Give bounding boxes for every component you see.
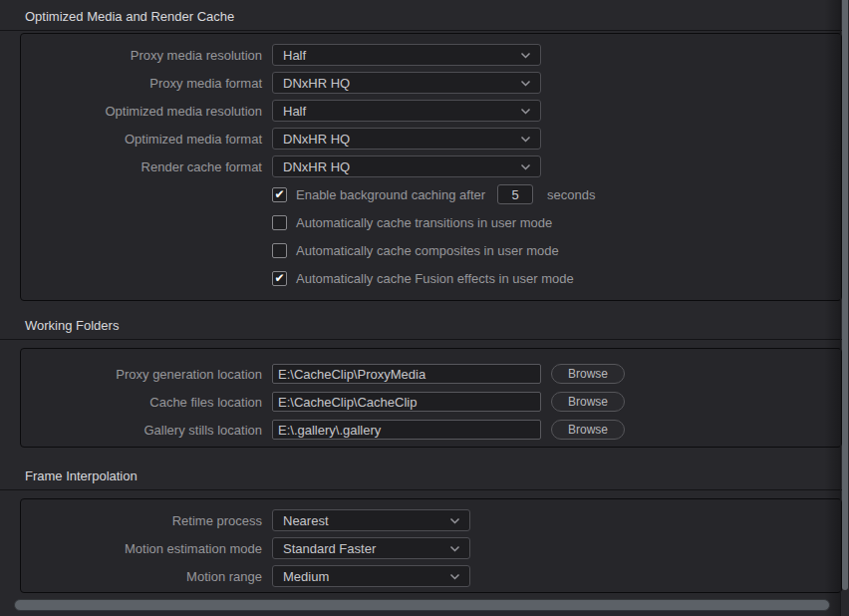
proxy-media-resolution-dropdown[interactable]: Half	[272, 44, 541, 66]
settings-row: Render cache format DNxHR HQ	[21, 153, 841, 180]
motion-estimation-mode-dropdown[interactable]: Standard Faster	[272, 537, 470, 559]
dropdown-value: Medium	[283, 569, 329, 584]
settings-row: Gallery stills location Browse	[21, 416, 841, 444]
chevron-down-icon	[449, 545, 460, 552]
auto-cache-composites-label: Automatically cache composites in user m…	[296, 243, 559, 258]
auto-cache-composites-checkbox[interactable]	[272, 243, 287, 258]
settings-row: Proxy media resolution Half	[21, 41, 841, 69]
chevron-down-icon	[520, 108, 531, 115]
proxy-media-format-label: Proxy media format	[21, 76, 262, 91]
optimized-media-resolution-dropdown[interactable]: Half	[272, 100, 541, 122]
browse-button[interactable]: Browse	[551, 420, 625, 440]
proxy-media-format-dropdown[interactable]: DNxHR HQ	[272, 72, 541, 94]
settings-row: ✔ Enable background caching after second…	[21, 180, 841, 208]
proxy-generation-location-label: Proxy generation location	[21, 367, 262, 382]
render-cache-format-dropdown[interactable]: DNxHR HQ	[272, 155, 541, 177]
settings-panel: { "sections": [ { "title": "Optimized Me…	[0, 0, 849, 616]
vertical-scrollbar-thumb[interactable]	[842, 0, 848, 590]
settings-row: Proxy generation location Browse	[21, 360, 841, 388]
motion-range-dropdown[interactable]: Medium	[272, 565, 470, 587]
auto-cache-transitions-checkbox[interactable]	[272, 215, 287, 230]
horizontal-scrollbar-thumb[interactable]	[14, 599, 830, 611]
dropdown-value: Half	[283, 104, 306, 119]
chevron-down-icon	[449, 517, 460, 524]
settings-row: Cache files location Browse	[21, 388, 841, 416]
settings-row: Optimized media resolution Half	[21, 97, 841, 125]
settings-row: Motion range Medium	[21, 562, 841, 590]
settings-row: Optimized media format DNxHR HQ	[21, 125, 841, 153]
settings-row: Proxy media format DNxHR HQ	[21, 69, 841, 97]
dropdown-value: Standard Faster	[283, 541, 376, 556]
optimized-media-format-dropdown[interactable]: DNxHR HQ	[272, 128, 541, 150]
section-title-optimized-media: Optimized Media and Render Cache	[0, 0, 849, 25]
motion-range-label: Motion range	[21, 569, 262, 584]
enable-background-caching-checkbox[interactable]: ✔	[272, 187, 287, 202]
settings-row: Automatically cache transitions in user …	[21, 208, 841, 236]
auto-cache-fusion-label: Automatically cache Fusion effects in us…	[296, 271, 574, 286]
section-divider	[0, 30, 842, 31]
gallery-stills-location-input[interactable]	[272, 420, 541, 440]
auto-cache-transitions-label: Automatically cache transitions in user …	[296, 215, 552, 230]
section-divider	[0, 339, 842, 340]
optimized-media-format-label: Optimized media format	[21, 132, 262, 147]
section-divider	[0, 489, 842, 490]
dropdown-value: DNxHR HQ	[283, 132, 350, 147]
scrollbar-track-divider	[840, 0, 841, 616]
section-title-working-folders: Working Folders	[0, 301, 849, 334]
dropdown-value: DNxHR HQ	[283, 159, 350, 174]
enable-background-caching-label: Enable background caching after	[296, 187, 485, 202]
settings-row: Retime process Nearest	[21, 506, 841, 534]
caching-delay-input[interactable]	[497, 184, 533, 204]
cache-files-location-label: Cache files location	[21, 395, 262, 410]
render-cache-format-label: Render cache format	[21, 159, 262, 174]
chevron-down-icon	[520, 52, 531, 59]
chevron-down-icon	[449, 573, 460, 580]
working-folders-groupbox: Proxy generation location Browse Cache f…	[20, 348, 842, 448]
section-title-frame-interpolation: Frame Interpolation	[0, 448, 849, 484]
chevron-down-icon	[520, 136, 531, 143]
dropdown-value: Half	[283, 48, 306, 63]
cache-files-location-input[interactable]	[272, 392, 541, 412]
auto-cache-fusion-checkbox[interactable]: ✔	[272, 271, 287, 286]
proxy-media-resolution-label: Proxy media resolution	[21, 48, 262, 63]
browse-button[interactable]: Browse	[551, 364, 625, 384]
chevron-down-icon	[520, 163, 531, 170]
dropdown-value: Nearest	[283, 513, 329, 528]
optimized-media-resolution-label: Optimized media resolution	[21, 104, 262, 119]
browse-button[interactable]: Browse	[551, 392, 625, 412]
gallery-stills-location-label: Gallery stills location	[21, 423, 262, 438]
settings-row: ✔ Automatically cache Fusion effects in …	[21, 264, 841, 292]
optimized-media-groupbox: Proxy media resolution Half Proxy media …	[20, 33, 842, 301]
retime-process-label: Retime process	[21, 513, 262, 528]
chevron-down-icon	[520, 80, 531, 87]
proxy-generation-location-input[interactable]	[272, 364, 541, 384]
settings-row: Motion estimation mode Standard Faster	[21, 534, 841, 562]
frame-interpolation-groupbox: Retime process Nearest Motion estimation…	[20, 498, 842, 593]
settings-row: Automatically cache composites in user m…	[21, 236, 841, 264]
seconds-label: seconds	[547, 187, 595, 202]
motion-estimation-mode-label: Motion estimation mode	[21, 541, 262, 556]
retime-process-dropdown[interactable]: Nearest	[272, 509, 470, 531]
dropdown-value: DNxHR HQ	[283, 76, 350, 91]
